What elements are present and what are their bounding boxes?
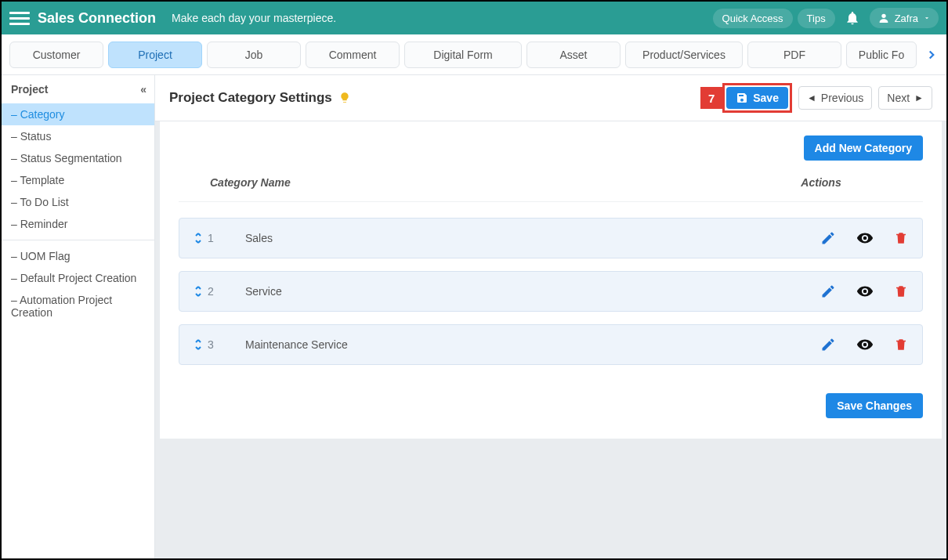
sidebar-collapse-icon[interactable]: « <box>140 83 145 96</box>
view-eye-icon[interactable] <box>856 336 874 353</box>
sidebar-title: Project <box>11 83 48 96</box>
tab-pdf[interactable]: PDF <box>747 42 841 68</box>
save-icon <box>736 92 748 104</box>
edit-icon[interactable] <box>820 337 836 352</box>
tab-asset[interactable]: Asset <box>526 42 621 68</box>
save-changes-button[interactable]: Save Changes <box>826 393 923 418</box>
category-row: 3 Maintenance Service <box>179 324 923 365</box>
column-category-name: Category Name <box>210 176 751 189</box>
tab-comment[interactable]: Comment <box>306 42 400 68</box>
delete-trash-icon[interactable] <box>894 337 908 352</box>
lightbulb-icon[interactable] <box>338 92 351 104</box>
svg-point-0 <box>881 14 885 18</box>
category-name: Maintenance Service <box>245 338 820 351</box>
tab-product-services[interactable]: Product/Services <box>625 42 743 68</box>
sidebar-item-template[interactable]: – Template <box>2 169 154 191</box>
tab-job[interactable]: Job <box>207 42 301 68</box>
caret-right-icon: ► <box>914 92 924 103</box>
delete-trash-icon[interactable] <box>894 284 908 299</box>
user-avatar-icon <box>877 12 890 24</box>
save-highlight-box: Save <box>722 83 792 113</box>
drag-handle-icon[interactable] <box>194 285 203 298</box>
save-button[interactable]: Save <box>726 87 788 109</box>
sidebar-item-automation-project-creation[interactable]: – Automation Project Creation <box>2 289 154 323</box>
category-row: 1 Sales <box>179 218 923 258</box>
drag-handle-icon[interactable] <box>194 232 203 244</box>
step-badge: 7 <box>700 87 722 109</box>
category-name: Sales <box>245 232 820 244</box>
tab-public-form[interactable]: Public Fo <box>846 42 917 68</box>
tab-bar: Customer Project Job Comment Digital For… <box>2 34 946 75</box>
sidebar-item-todo-list[interactable]: – To Do List <box>2 191 154 213</box>
delete-trash-icon[interactable] <box>894 230 908 246</box>
sidebar-item-reminder[interactable]: – Reminder <box>2 213 154 235</box>
tab-project[interactable]: Project <box>108 42 202 68</box>
edit-icon[interactable] <box>820 230 836 246</box>
hamburger-menu-icon[interactable] <box>9 12 30 25</box>
tab-scroll-right-icon[interactable] <box>924 44 939 66</box>
sidebar-item-status[interactable]: – Status <box>2 125 154 147</box>
category-list: 1 Sales 2 Service <box>179 218 923 365</box>
user-menu[interactable]: Zafra <box>870 8 939 28</box>
notifications-bell-icon[interactable] <box>845 10 860 26</box>
quick-access-button[interactable]: Quick Access <box>713 9 793 28</box>
top-header: Sales Connection Make each day your mast… <box>2 2 946 34</box>
column-actions: Actions <box>751 176 892 189</box>
order-number: 1 <box>208 232 219 244</box>
tagline: Make each day your masterpiece. <box>172 12 336 24</box>
user-name: Zafra <box>895 13 918 24</box>
sidebar-item-status-segmentation[interactable]: – Status Segmentation <box>2 147 154 169</box>
order-number: 3 <box>208 338 219 351</box>
next-button[interactable]: Next ► <box>878 86 932 110</box>
tab-customer[interactable]: Customer <box>9 42 103 68</box>
view-eye-icon[interactable] <box>856 283 874 300</box>
column-headers: Category Name Actions <box>179 170 923 202</box>
caret-left-icon: ◄ <box>807 92 816 103</box>
sidebar-item-uom-flag[interactable]: – UOM Flag <box>2 245 154 267</box>
sidebar-item-category[interactable]: – Category <box>2 103 154 125</box>
order-number: 2 <box>208 285 219 298</box>
previous-button[interactable]: ◄ Previous <box>798 86 872 110</box>
view-eye-icon[interactable] <box>856 229 874 247</box>
tab-digital-form[interactable]: Digital Form <box>404 42 522 68</box>
category-name: Service <box>245 285 820 298</box>
sidebar-divider <box>2 240 154 240</box>
add-new-category-button[interactable]: Add New Category <box>804 135 923 161</box>
sidebar: Project « – Category – Status – Status S… <box>2 75 155 558</box>
drag-handle-icon[interactable] <box>194 338 203 351</box>
sidebar-item-default-project-creation[interactable]: – Default Project Creation <box>2 267 154 289</box>
edit-icon[interactable] <box>820 284 836 299</box>
page-header: Project Category Settings 7 Save ◄ Previ… <box>155 75 946 121</box>
category-row: 2 Service <box>179 271 923 312</box>
tips-button[interactable]: Tips <box>798 9 835 28</box>
chevron-down-icon <box>923 14 931 22</box>
content-card: Add New Category Category Name Actions 1… <box>160 121 942 439</box>
page-title: Project Category Settings <box>169 90 332 106</box>
brand-title: Sales Connection <box>38 10 156 27</box>
main-area: Project Category Settings 7 Save ◄ Previ… <box>155 75 946 558</box>
